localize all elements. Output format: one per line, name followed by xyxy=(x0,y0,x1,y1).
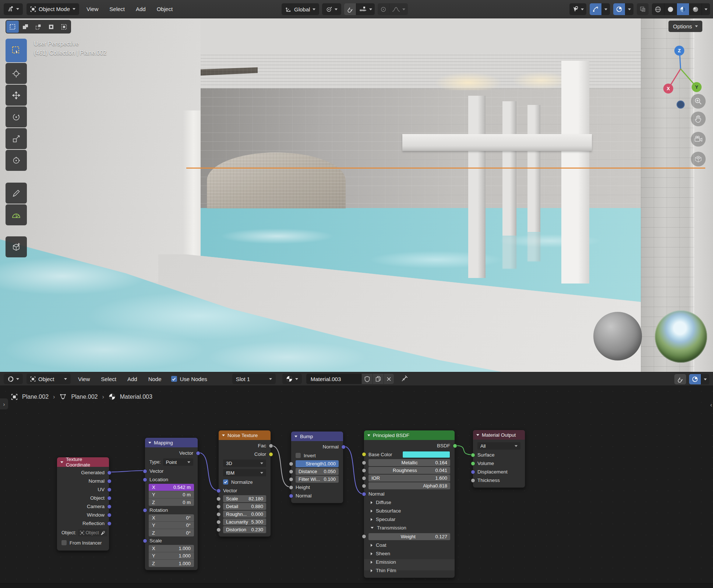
select-mode-intersect-button[interactable] xyxy=(58,21,70,33)
tool-rotate[interactable] xyxy=(6,106,27,127)
socket-in[interactable] xyxy=(143,469,147,473)
invert-row[interactable]: Invert xyxy=(291,451,343,460)
overlays-toggle[interactable] xyxy=(613,3,625,15)
node-header[interactable]: Mapping xyxy=(145,438,198,447)
socket-in[interactable] xyxy=(143,478,147,482)
mode-dropdown[interactable]: Object Mode xyxy=(27,3,79,15)
socket-in[interactable] xyxy=(471,478,475,483)
filter-width-field[interactable]: Filter Wi...0.100 xyxy=(291,475,343,483)
browse-material-dropdown[interactable] xyxy=(282,374,302,384)
breadcrumb-mesh[interactable]: Plane.002 xyxy=(71,394,98,400)
node-mapping[interactable]: Mapping Vector Type: Point Vector Locati… xyxy=(145,437,198,570)
section-specular[interactable]: Specular xyxy=(364,515,455,524)
socket-in[interactable] xyxy=(289,494,293,498)
socket-in[interactable] xyxy=(143,539,147,543)
socket-in[interactable] xyxy=(216,504,221,509)
select-mode-subtract-button[interactable] xyxy=(32,21,45,33)
show-object-types-dropdown[interactable] xyxy=(569,3,586,15)
collapse-icon[interactable] xyxy=(367,434,370,436)
ior-field[interactable]: IOR1.600 xyxy=(364,474,455,482)
collapse-icon[interactable] xyxy=(476,434,479,436)
output-target-dropdown[interactable]: All xyxy=(477,442,520,450)
section-diffuse[interactable]: Diffuse xyxy=(364,498,455,507)
node-editor[interactable]: › ‹ Plane.002 › Plane.002 › Material.003 xyxy=(0,386,713,588)
tool-cursor[interactable] xyxy=(6,63,27,84)
gizmo-axis-x[interactable]: X xyxy=(663,84,673,94)
socket-out[interactable] xyxy=(341,445,346,449)
socket-in[interactable] xyxy=(471,461,475,466)
socket-in[interactable] xyxy=(362,461,366,465)
distortion-field[interactable]: Distortion0.230 xyxy=(219,526,271,534)
breadcrumb-material[interactable]: Material.003 xyxy=(120,394,152,400)
shading-dropdown[interactable] xyxy=(702,3,710,15)
socket-in[interactable] xyxy=(362,452,366,457)
scale-y-field[interactable]: Y1.000 xyxy=(149,552,194,560)
collapse-icon[interactable] xyxy=(222,434,225,436)
snap-toggle[interactable] xyxy=(344,3,356,15)
pin-button[interactable] xyxy=(401,375,408,383)
socket-out[interactable] xyxy=(196,451,200,455)
socket-in[interactable] xyxy=(289,485,293,490)
scale-x-field[interactable]: X1.000 xyxy=(149,545,194,552)
shader-menu-view[interactable]: View xyxy=(74,374,93,384)
socket-in[interactable] xyxy=(216,489,221,493)
transmission-weight-field[interactable]: Weight0.127 xyxy=(364,532,455,541)
socket-out[interactable] xyxy=(107,471,112,475)
menu-view[interactable]: View xyxy=(83,4,102,14)
socket-in[interactable] xyxy=(289,477,293,482)
shader-snap-toggle[interactable] xyxy=(674,374,686,384)
material-name-field[interactable]: Material.003 xyxy=(306,374,361,384)
xray-toggle[interactable] xyxy=(637,3,649,15)
node-material-output[interactable]: Material Output All Surface Volume Displ… xyxy=(473,430,525,488)
socket-in[interactable] xyxy=(362,476,366,480)
socket-out[interactable] xyxy=(107,504,112,509)
socket-out[interactable] xyxy=(107,496,112,500)
socket-out[interactable] xyxy=(107,513,112,517)
tool-scale[interactable] xyxy=(6,128,27,149)
select-mode-new-button[interactable] xyxy=(6,21,19,33)
pan-button[interactable] xyxy=(691,112,706,126)
shading-material-button[interactable] xyxy=(677,3,689,15)
snap-target-dropdown[interactable] xyxy=(356,3,375,15)
socket-out[interactable] xyxy=(453,444,457,448)
perspective-toggle-button[interactable] xyxy=(691,152,706,166)
tool-select-box[interactable] xyxy=(6,39,27,62)
breadcrumb-expand-tab[interactable]: › xyxy=(0,398,8,409)
socket-in[interactable] xyxy=(362,492,366,496)
shading-wireframe-button[interactable] xyxy=(652,3,664,15)
socket-in[interactable] xyxy=(362,534,366,539)
sidebar-collapse-arrow[interactable]: ‹ xyxy=(710,401,712,409)
gizmo-axis-z[interactable]: Z xyxy=(674,46,684,56)
fake-user-button[interactable] xyxy=(361,374,373,384)
base-color-swatch[interactable] xyxy=(402,451,450,458)
strength-field[interactable]: Strength1.000 xyxy=(291,460,343,468)
gizmo-axis-neg-z[interactable] xyxy=(677,101,685,109)
overlays-dropdown[interactable] xyxy=(625,3,633,15)
collapse-icon[interactable] xyxy=(294,436,297,437)
rotation-x-field[interactable]: X0° xyxy=(149,514,194,522)
socket-in[interactable] xyxy=(216,512,221,517)
rotation-y-field[interactable]: Y0° xyxy=(149,522,194,529)
node-texture-coordinate[interactable]: Texture Coordinate Generated Normal UV O… xyxy=(57,457,109,551)
section-emission[interactable]: Emission xyxy=(364,558,455,566)
proportional-editing-toggle[interactable] xyxy=(378,3,389,15)
alpha-field[interactable]: Alpha0.818 xyxy=(364,482,455,490)
shader-overlays-toggle[interactable] xyxy=(689,374,701,384)
socket-in[interactable] xyxy=(362,484,366,488)
editor-type-dropdown-shader[interactable] xyxy=(4,374,23,384)
menu-object[interactable]: Object xyxy=(153,4,176,14)
section-sheen[interactable]: Sheen xyxy=(364,549,455,558)
roughness-field[interactable]: Roughn...0.000 xyxy=(219,510,271,518)
node-header[interactable]: Material Output xyxy=(473,430,525,440)
rotation-z-field[interactable]: Z0° xyxy=(149,529,194,536)
transform-orientation-dropdown[interactable]: Global xyxy=(282,3,319,15)
section-transmission[interactable]: Transmission xyxy=(364,524,455,532)
socket-out[interactable] xyxy=(269,452,273,457)
use-nodes-checkbox[interactable]: Use Nodes xyxy=(171,376,207,382)
object-picker-field[interactable]: Object xyxy=(78,529,107,536)
tool-measure[interactable] xyxy=(6,204,27,225)
proportional-falloff-dropdown[interactable] xyxy=(389,3,408,15)
socket-out[interactable] xyxy=(107,479,112,483)
shading-solid-button[interactable] xyxy=(664,3,677,15)
roughness-field[interactable]: Roughness0.041 xyxy=(364,466,455,474)
